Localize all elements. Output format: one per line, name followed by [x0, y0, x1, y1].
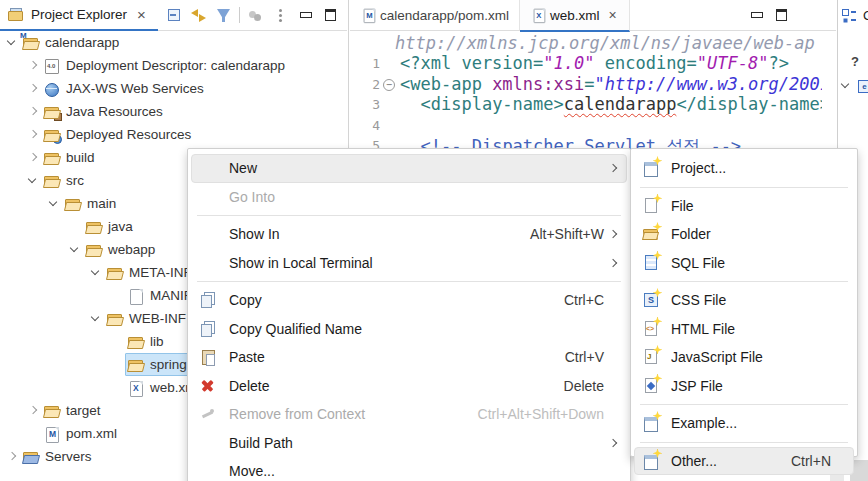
menu-item-label: Folder [671, 226, 711, 242]
menu-item-copy-qualified-name[interactable]: Copy Qualified Name [191, 315, 627, 344]
menu-item-label: Copy Qualified Name [229, 321, 362, 337]
tree-item-body: JAX-WS Web Services [41, 77, 210, 100]
menu-item-html-file[interactable]: <>HTML File [634, 315, 854, 344]
tree-item-label: pom.xml [65, 426, 117, 441]
outline-xml-prolog-item[interactable]: ? [851, 54, 859, 69]
server-icon [22, 449, 40, 465]
tab-project-explorer[interactable]: Project Explorer × [0, 0, 158, 31]
expander-icon[interactable] [25, 403, 41, 419]
tree-item-label: JAX-WS Web Services [65, 81, 204, 96]
menu-item-move[interactable]: Move... [191, 457, 627, 481]
focus-icon[interactable] [243, 3, 268, 27]
menu-item-shortcut: Ctrl+C [564, 292, 614, 308]
close-icon[interactable]: × [135, 6, 148, 23]
menu-item-build-path[interactable]: Build Path [191, 429, 627, 458]
tree-item-jax-ws-web-services[interactable]: JAX-WS Web Services [0, 77, 347, 100]
minimize-icon[interactable] [293, 3, 318, 27]
editor-tab-calendarapp-pom-xml[interactable]: Mcalendarapp/pom.xml [350, 0, 520, 30]
expander-icon[interactable] [4, 35, 20, 51]
minimize-icon[interactable] [744, 3, 769, 27]
tree-item-deployment-descriptor-calendarapp[interactable]: 4.0Deployment Descriptor: calendarapp [0, 54, 347, 77]
menu-item-go-into: Go Into [191, 183, 627, 212]
menu-item-label: Remove from Context [229, 406, 365, 422]
expander-icon[interactable] [25, 104, 41, 120]
menu-item-example[interactable]: Example... [634, 409, 854, 438]
maximize-icon[interactable] [318, 3, 343, 27]
expander-icon[interactable] [67, 242, 83, 258]
maximize-icon[interactable] [769, 3, 794, 27]
tree-item-body: webapp [83, 238, 161, 261]
expander-icon[interactable] [46, 196, 62, 212]
link-with-editor-icon[interactable] [186, 3, 211, 27]
editor-tab-label: web.xml [550, 8, 600, 23]
expander-icon[interactable] [25, 127, 41, 143]
expander-icon[interactable] [25, 81, 41, 97]
expander-icon[interactable] [838, 78, 854, 94]
project-explorer-viewbar: Project Explorer × [0, 0, 347, 31]
menu-item-paste[interactable]: PasteCtrl+V [191, 343, 627, 372]
folder-icon [85, 219, 103, 235]
copy-qn-icon [198, 321, 220, 337]
java-res-icon [43, 104, 61, 120]
menu-item-jsp-file[interactable]: JSP File [634, 372, 854, 401]
menu-item-css-file[interactable]: SCSS File [634, 286, 854, 315]
expander-icon[interactable] [4, 449, 20, 465]
tree-item-body: Java Resources [41, 100, 169, 123]
outline-header[interactable]: O [841, 7, 868, 23]
tree-item-deployed-resources[interactable]: Deployed Resources [0, 123, 347, 146]
tree-item-body: src [41, 169, 90, 192]
css-icon: S [641, 292, 663, 308]
expander-icon[interactable] [25, 173, 41, 189]
tree-item-label: webapp [107, 242, 155, 257]
expander-icon[interactable] [25, 150, 41, 166]
menu-item-javascript-file[interactable]: JJavaScript File [634, 343, 854, 372]
code-line-2: 2−<web-app xmlns:xsi="http://www.w3.org/… [350, 74, 822, 95]
menu-item-new[interactable]: New [191, 154, 627, 183]
file-x-icon: X [531, 8, 547, 22]
expander-icon[interactable] [88, 265, 104, 281]
menu-item-file[interactable]: File [634, 192, 854, 221]
expander-spacer [25, 426, 41, 442]
close-icon[interactable]: × [607, 7, 619, 23]
menu-item-other[interactable]: Other...Ctrl+N [634, 447, 854, 476]
folder-new-icon [641, 226, 663, 242]
element-icon: e [858, 80, 868, 93]
tree-item-calendarapp[interactable]: Mcalendarapp [0, 31, 347, 54]
menu-item-folder[interactable]: Folder [634, 220, 854, 249]
file-x-icon: X [127, 380, 145, 396]
outline-webapp-item[interactable]: e [838, 78, 868, 94]
expander-icon[interactable] [88, 311, 104, 327]
collapse-all-icon[interactable] [161, 3, 186, 27]
editor-tab-web-xml[interactable]: Xweb.xml× [520, 0, 630, 32]
deploy-res-icon [43, 127, 61, 143]
menu-item-show-in-local-terminal[interactable]: Show in Local Terminal [191, 249, 627, 278]
toolbar-separator [239, 7, 240, 23]
tree-item-label: main [86, 196, 116, 211]
tree-item-body: target [41, 399, 107, 422]
menu-item-label: Paste [229, 349, 265, 365]
menu-icon-spacer [198, 160, 220, 176]
outline-partial-title: O [863, 8, 868, 23]
tree-item-label: Deployed Resources [65, 127, 191, 142]
paste-icon [198, 349, 220, 365]
submenu-chevron-icon [609, 258, 617, 266]
menu-item-project[interactable]: Project... [634, 154, 854, 183]
jaxws-icon [43, 81, 61, 97]
editor-window-buttons [744, 0, 836, 30]
view-toolbar [161, 0, 347, 30]
view-menu-icon[interactable] [268, 3, 293, 27]
menu-item-sql-file[interactable]: SQL File [634, 249, 854, 278]
menu-item-show-in[interactable]: Show InAlt+Shift+W [191, 220, 627, 249]
folder-icon [64, 196, 82, 212]
tree-item-label: lib [149, 334, 164, 349]
tree-item-java-resources[interactable]: Java Resources [0, 100, 347, 123]
line-number: 1 [350, 56, 380, 71]
menu-item-copy[interactable]: CopyCtrl+C [191, 286, 627, 315]
menu-icon-spacer [198, 226, 220, 242]
fold-icon[interactable]: − [383, 79, 395, 91]
menu-icon-spacer [198, 189, 220, 205]
filter-icon[interactable] [211, 3, 236, 27]
menu-item-delete[interactable]: DeleteDelete [191, 372, 627, 401]
expander-icon[interactable] [25, 58, 41, 74]
tree-item-body: lib [125, 330, 170, 353]
